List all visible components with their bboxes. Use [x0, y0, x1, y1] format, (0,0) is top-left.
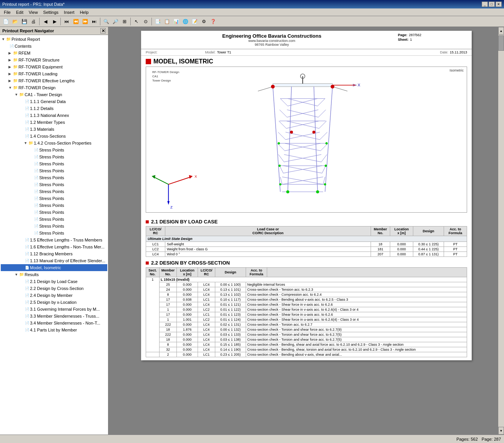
expand-structure[interactable]: ▶ — [8, 57, 12, 63]
tree-item-sp12[interactable]: 📄 Stress Points — [1, 223, 107, 230]
tree-item-34[interactable]: 📄 3.4 Member Slendernesses - Non-T... — [1, 320, 107, 326]
tree-item-111[interactable]: 📄 1.1.1 General Data — [1, 98, 107, 105]
tree-item-sp2[interactable]: 📄 Stress Points — [1, 153, 107, 160]
tree-item-31[interactable]: 📄 3.1 Governing Internal Forces by M... — [1, 306, 107, 313]
tree-item-sp4[interactable]: 📄 Stress Points — [1, 167, 107, 174]
export-pdf[interactable]: 📑 — [153, 17, 162, 26]
tree-item-results[interactable]: ▼ 📁 Results — [1, 271, 107, 278]
settings-btn[interactable]: ⚙ — [200, 17, 208, 26]
export-word[interactable]: 📋 — [163, 17, 171, 26]
tree-item-rftower-design[interactable]: ▼ 📁 RF-TOWER Design — [1, 84, 107, 91]
tree-item-16[interactable]: 📄 1.6 Effective Lengths - Non-Truss Mer.… — [1, 243, 107, 250]
zoom-in[interactable]: 🔍 — [102, 17, 110, 26]
expand-printout[interactable]: ▼ — [2, 36, 5, 42]
tree-item-ca1[interactable]: ▼ 📁 CA1 - Tower Design — [1, 91, 107, 98]
menu-edit[interactable]: Edit — [14, 9, 26, 15]
tree-item-14[interactable]: 📄 1.4 Cross-Sections — [1, 133, 107, 140]
tree-container[interactable]: ▼ 📁 Printout Report 📄 Contents ▶ 📁 RFEM … — [0, 35, 108, 435]
tree-item-112b[interactable]: 📄 1.12 Bracing Members — [1, 250, 107, 257]
tree-item-rftower-effective[interactable]: ▶ 📁 RF-TOWER Effective Lengths — [1, 77, 107, 84]
label-sp5: Stress Points — [39, 175, 106, 181]
tree-item-sp7[interactable]: 📄 Stress Points — [1, 188, 107, 195]
menu-insert[interactable]: Insert — [62, 9, 77, 15]
label-model-iso: Model, Isometric — [30, 265, 106, 271]
tree-item-15[interactable]: 📄 1.5 Effective Lengths - Truss Members — [1, 236, 107, 243]
menu-help[interactable]: Help — [78, 9, 91, 15]
zoom-out[interactable]: 🔎 — [111, 17, 120, 26]
print-button[interactable]: 🖨 — [29, 17, 38, 26]
tree-item-142[interactable]: ▼ 📁 1.4.2 Cross-Section Properties — [1, 140, 107, 147]
maximize-button[interactable]: □ — [489, 2, 495, 7]
tree-item-rftower-structure[interactable]: ▶ 📁 RF-TOWER Structure — [1, 57, 107, 63]
cs-r15-lc: LC1 — [198, 352, 215, 357]
prev-button[interactable]: ⏪ — [72, 17, 80, 26]
menu-file[interactable]: File — [2, 9, 13, 15]
expand-results[interactable]: ▼ — [15, 271, 18, 278]
tree-item-21[interactable]: 📄 2.1 Design by Load Case — [1, 278, 107, 285]
tree-item-25[interactable]: 📄 2.5 Design by x-Location — [1, 299, 107, 306]
content-panel[interactable]: ▲ ▼ Engineering Office Bavaria Construct… — [109, 27, 504, 435]
open-button[interactable]: 📂 — [11, 17, 19, 26]
svg-point-56 — [286, 190, 289, 193]
menu-view[interactable]: View — [27, 9, 40, 15]
tree-item-sp10[interactable]: 📄 Stress Points — [1, 209, 107, 216]
tree-item-33[interactable]: 📄 3.3 Member Slendernesses - Truss... — [1, 313, 107, 320]
tree-item-model-iso[interactable]: 📄 Model, Isometric — [1, 264, 107, 271]
expand-rfem[interactable]: ▶ — [8, 50, 12, 56]
expand-design[interactable]: ▼ — [8, 85, 12, 91]
expand-equipment[interactable]: ▶ — [8, 64, 12, 70]
expand-142[interactable]: ▼ — [24, 140, 28, 146]
first-button[interactable]: ⏮ — [62, 17, 71, 26]
tree-item-sp13[interactable]: 📄 Stress Points — [1, 230, 107, 236]
cs-r15-loc: 0.000 — [177, 352, 198, 357]
minimize-button[interactable]: _ — [482, 2, 488, 7]
svg-line-29 — [319, 121, 326, 128]
tree-item-sp1[interactable]: 📄 Stress Points — [1, 147, 107, 153]
help-btn[interactable]: ❓ — [209, 17, 217, 26]
tree-item-printout-report[interactable]: ▼ 📁 Printout Report — [1, 36, 107, 43]
expand-loading[interactable]: ▶ — [8, 71, 12, 77]
tree-item-sp6[interactable]: 📄 Stress Points — [1, 181, 107, 188]
save-button[interactable]: 💾 — [20, 17, 28, 26]
tree-item-112[interactable]: 📄 1.1.2 Details — [1, 105, 107, 112]
tree-item-sp3[interactable]: 📄 Stress Points — [1, 160, 107, 167]
tree-item-sp11[interactable]: 📄 Stress Points — [1, 216, 107, 223]
tree-item-rftower-loading[interactable]: ▶ 📁 RF-TOWER Loading — [1, 70, 107, 77]
tree-item-contents[interactable]: 📄 Contents — [1, 43, 107, 50]
view-tool[interactable]: ⊙ — [141, 17, 150, 26]
export-html[interactable]: 🌐 — [181, 17, 190, 26]
export-xls[interactable]: 📊 — [172, 17, 180, 26]
label-sp6: Stress Points — [39, 182, 106, 188]
tree-item-13[interactable]: 📄 1.3 Materials — [1, 126, 107, 133]
tree-item-113[interactable]: 📄 1.1.3 National Annex — [1, 112, 107, 119]
tree-item-sp8[interactable]: 📄 Stress Points — [1, 195, 107, 202]
tree-item-22[interactable]: 📄 2.2 Design by Cross-Section — [1, 285, 107, 292]
tree-item-sp9[interactable]: 📄 Stress Points — [1, 202, 107, 209]
scroll-thumb[interactable] — [498, 35, 504, 51]
tree-item-41[interactable]: 📄 4.1 Parts List by Member — [1, 326, 107, 333]
zoom-fit[interactable]: ⊞ — [120, 17, 129, 26]
tree-item-sp5[interactable]: 📄 Stress Points — [1, 174, 107, 181]
close-button[interactable]: ✕ — [496, 2, 502, 7]
select-tool[interactable]: ↖ — [132, 17, 141, 26]
cs-r4-lc: LC1 — [198, 297, 215, 302]
expand-effective[interactable]: ▶ — [8, 78, 12, 84]
export-rtf[interactable]: 📝 — [190, 17, 199, 26]
model-value: Tower T1 — [217, 50, 231, 54]
last-button[interactable]: ⏭ — [90, 17, 98, 26]
next-button[interactable]: ⏩ — [81, 17, 89, 26]
tree-item-12[interactable]: 📄 1.2 Member Types — [1, 119, 107, 126]
tree-item-113b[interactable]: 📄 1.13 Manual Entry of Effective Slender… — [1, 257, 107, 264]
tree-item-rfem[interactable]: ▶ 📁 RFEM — [1, 50, 107, 57]
menu-settings[interactable]: Settings — [41, 9, 61, 15]
tree-item-24[interactable]: 📄 2.4 Design by Member — [1, 292, 107, 299]
new-button[interactable]: 📄 — [2, 17, 10, 26]
navigator-close[interactable]: ✕ — [100, 28, 106, 33]
scroll-down[interactable]: ▼ — [498, 427, 504, 435]
scroll-up[interactable]: ▲ — [498, 27, 504, 35]
vertical-scrollbar[interactable]: ▲ ▼ — [498, 27, 504, 435]
forward-button[interactable]: ▶ — [50, 17, 59, 26]
tree-item-rftower-equipment[interactable]: ▶ 📁 RF-TOWER Equipment — [1, 63, 107, 70]
expand-ca1[interactable]: ▼ — [15, 92, 18, 98]
back-button[interactable]: ◀ — [41, 17, 50, 26]
